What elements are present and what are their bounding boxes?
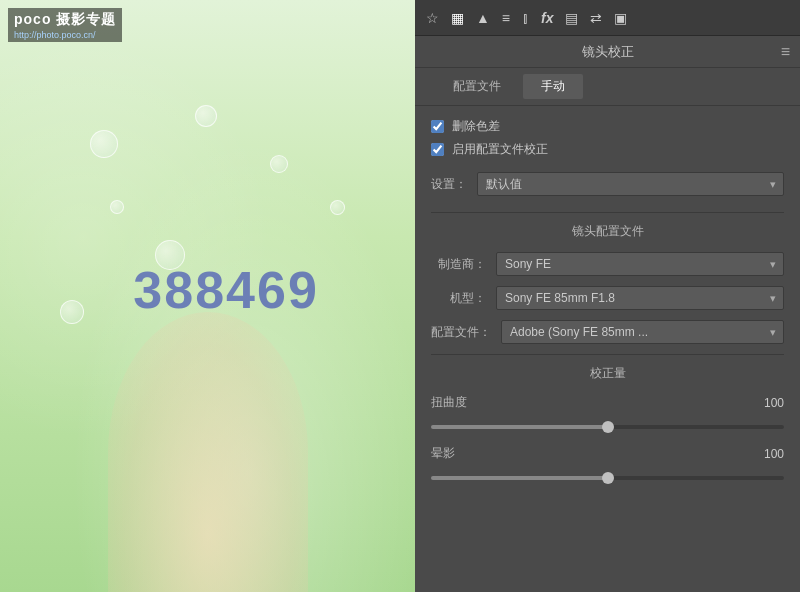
poco-logo: poco 摄影专题 http://photo.poco.cn/	[8, 8, 122, 42]
bubble-2	[270, 155, 288, 173]
toolbar-icon-fx[interactable]: fx	[538, 8, 556, 28]
toolbar-icon-table[interactable]: ▤	[562, 8, 581, 28]
checkbox-row-enable-profile: 启用配置文件校正	[431, 141, 784, 158]
settings-row: 设置： 默认值 自定义	[431, 172, 784, 196]
profile-file-select[interactable]: Adobe (Sony FE 85mm ... Adobe (Sony FE 8…	[501, 320, 784, 344]
slider-vignetting[interactable]	[431, 476, 784, 480]
toolbar-icon-swap[interactable]: ⇄	[587, 8, 605, 28]
settings-label: 设置：	[431, 176, 467, 193]
toolbar: ☆ ▦ ▲ ≡ ⫿ fx ▤ ⇄ ▣	[415, 0, 800, 36]
right-panel: ☆ ▦ ▲ ≡ ⫿ fx ▤ ⇄ ▣ 镜头校正 ≡ 配置文件 手动 删除色差 启…	[415, 0, 800, 592]
checkbox-row-remove-aberration: 删除色差	[431, 118, 784, 135]
slider-label-distortion: 扭曲度	[431, 394, 467, 411]
checkbox-remove-aberration[interactable]	[431, 120, 444, 133]
slider-label-vignetting: 晕影	[431, 445, 455, 462]
toolbar-icon-columns[interactable]: ⫿	[519, 8, 532, 28]
tab-profile[interactable]: 配置文件	[435, 74, 519, 99]
slider-section: 扭曲度 100 晕影 100	[431, 394, 784, 484]
checkbox-enable-profile[interactable]	[431, 143, 444, 156]
tab-manual[interactable]: 手动	[523, 74, 583, 99]
panel-header: 镜头校正 ≡	[415, 36, 800, 68]
hand-silhouette	[108, 312, 308, 592]
manufacturer-select[interactable]: Sony FE Canon Nikon Fujifilm	[496, 252, 784, 276]
bubble-3	[60, 300, 84, 324]
manufacturer-select-wrapper: Sony FE Canon Nikon Fujifilm	[496, 252, 784, 276]
label-enable-profile: 启用配置文件校正	[452, 141, 548, 158]
toolbar-icon-triangle[interactable]: ▲	[473, 8, 493, 28]
form-label-profile-file: 配置文件：	[431, 324, 491, 341]
profile-file-select-wrapper: Adobe (Sony FE 85mm ... Adobe (Sony FE 8…	[501, 320, 784, 344]
form-row-model: 机型： Sony FE 85mm F1.8 Sony FE 50mm F1.8 …	[431, 286, 784, 310]
form-row-manufacturer: 制造商： Sony FE Canon Nikon Fujifilm	[431, 252, 784, 276]
slider-header-distortion: 扭曲度 100	[431, 394, 784, 411]
toolbar-icon-lines[interactable]: ≡	[499, 8, 513, 28]
divider-2	[431, 354, 784, 355]
slider-distortion[interactable]	[431, 425, 784, 429]
model-select[interactable]: Sony FE 85mm F1.8 Sony FE 50mm F1.8 Sony…	[496, 286, 784, 310]
lens-profile-heading: 镜头配置文件	[431, 223, 784, 240]
slider-value-distortion: 100	[764, 396, 784, 410]
toolbar-icon-grid[interactable]: ▦	[448, 8, 467, 28]
logo-url: http://photo.poco.cn/	[14, 30, 116, 40]
slider-row-distortion: 扭曲度 100	[431, 394, 784, 433]
checkbox-section: 删除色差 启用配置文件校正	[431, 118, 784, 158]
slider-row-vignetting: 晕影 100	[431, 445, 784, 484]
form-row-profile-file: 配置文件： Adobe (Sony FE 85mm ... Adobe (Son…	[431, 320, 784, 344]
toolbar-icon-star[interactable]: ☆	[423, 8, 442, 28]
bubble-5	[155, 240, 185, 270]
model-select-wrapper: Sony FE 85mm F1.8 Sony FE 50mm F1.8 Sony…	[496, 286, 784, 310]
settings-select-wrapper: 默认值 自定义	[477, 172, 784, 196]
settings-select[interactable]: 默认值 自定义	[477, 172, 784, 196]
label-remove-aberration: 删除色差	[452, 118, 500, 135]
panel-title: 镜头校正	[582, 43, 634, 61]
slider-header-vignetting: 晕影 100	[431, 445, 784, 462]
toolbar-icon-square[interactable]: ▣	[611, 8, 630, 28]
panel-content: 删除色差 启用配置文件校正 设置： 默认值 自定义 镜头配置文件 制造商：	[415, 106, 800, 592]
photo-panel: poco 摄影专题 http://photo.poco.cn/ 388469	[0, 0, 415, 592]
panel-menu-icon[interactable]: ≡	[781, 43, 790, 61]
correction-heading: 校正量	[431, 365, 784, 382]
tabs-container: 配置文件 手动	[415, 68, 800, 106]
form-label-manufacturer: 制造商：	[431, 256, 486, 273]
bubble-0	[90, 130, 118, 158]
slider-value-vignetting: 100	[764, 447, 784, 461]
bubble-4	[330, 200, 345, 215]
bubble-6	[110, 200, 124, 214]
form-label-model: 机型：	[431, 290, 486, 307]
divider-1	[431, 212, 784, 213]
logo-text: poco 摄影专题	[14, 11, 116, 27]
bubble-1	[195, 105, 217, 127]
